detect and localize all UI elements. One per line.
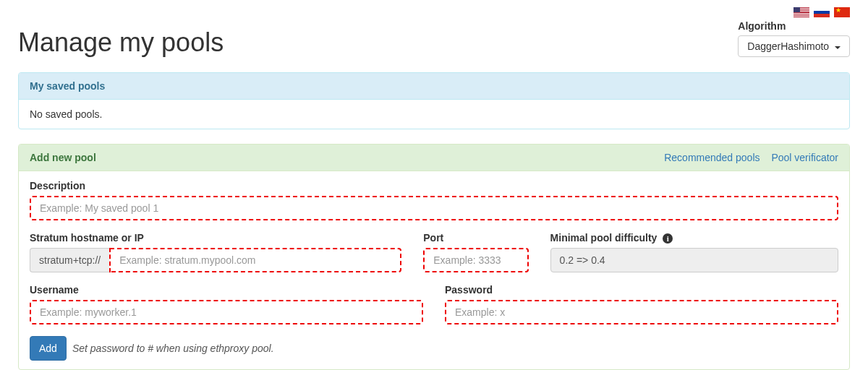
algorithm-selected-value: DaggerHashimoto (747, 40, 829, 52)
saved-pools-heading: My saved pools (19, 73, 849, 100)
username-label: Username (30, 284, 423, 296)
add-pool-heading: Add new pool Recommended pools Pool veri… (19, 145, 849, 171)
password-help-text: Set password to # when using ethproxy po… (72, 343, 274, 354)
algorithm-dropdown[interactable]: DaggerHashimoto (738, 35, 850, 57)
difficulty-input (550, 248, 838, 272)
password-input[interactable] (445, 300, 838, 324)
saved-pools-title: My saved pools (30, 80, 105, 92)
username-input[interactable] (30, 300, 423, 324)
hostname-input-group: stratum+tcp:// (30, 248, 401, 272)
hostname-prefix: stratum+tcp:// (30, 248, 109, 272)
port-label: Port (423, 232, 528, 244)
saved-pools-panel: My saved pools No saved pools. (18, 72, 850, 129)
flag-us-icon[interactable] (793, 7, 809, 17)
recommended-pools-link[interactable]: Recommended pools (664, 152, 760, 163)
flag-cn-icon[interactable] (834, 7, 850, 17)
hostname-label: Stratum hostname or IP (30, 232, 401, 244)
pool-verificator-link[interactable]: Pool verificator (771, 152, 838, 163)
flag-ru-icon[interactable] (814, 7, 830, 17)
difficulty-label: Minimal pool difficulty i (550, 232, 838, 244)
add-pool-links: Recommended pools Pool verificator (655, 152, 838, 163)
language-flags (18, 0, 850, 20)
hostname-input[interactable] (109, 248, 401, 272)
saved-pools-empty-text: No saved pools. (30, 108, 102, 120)
chevron-down-icon (835, 46, 841, 49)
saved-pools-body: No saved pools. (19, 100, 849, 129)
password-label: Password (445, 284, 838, 296)
add-pool-title: Add new pool (30, 152, 96, 163)
add-button[interactable]: Add (30, 336, 67, 361)
algorithm-selector-box: Algorithm DaggerHashimoto (738, 20, 850, 57)
info-icon[interactable]: i (663, 233, 673, 244)
page-title: Manage my pools (18, 27, 224, 58)
algorithm-label: Algorithm (738, 20, 850, 32)
description-input[interactable] (30, 196, 838, 220)
add-pool-body: Description Stratum hostname or IP strat… (19, 171, 849, 369)
port-input[interactable] (423, 248, 528, 272)
add-pool-panel: Add new pool Recommended pools Pool veri… (18, 144, 850, 370)
description-label: Description (30, 180, 838, 192)
